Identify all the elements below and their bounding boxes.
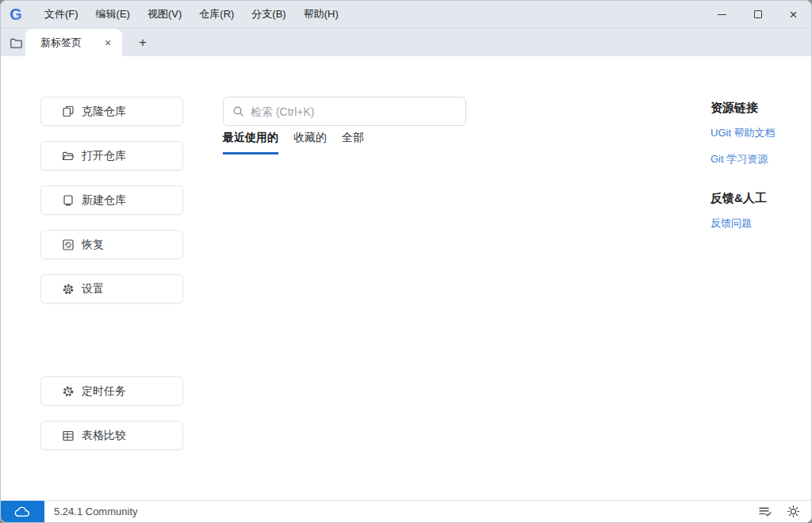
- tab-all[interactable]: 全部: [342, 131, 364, 155]
- table-compare-button[interactable]: 表格比较: [40, 421, 183, 450]
- feedback-heading: 反馈&人工: [710, 191, 810, 206]
- tab-strip: 新标签页 × +: [1, 28, 811, 56]
- table-compare-label: 表格比较: [82, 429, 126, 443]
- status-icons: [757, 504, 811, 520]
- theme-brightness-button[interactable]: [785, 504, 801, 520]
- status-bar: 5.24.1 Community: [1, 500, 811, 522]
- app-window: G 文件(F) 编辑(E) 视图(V) 仓库(R) 分支(B) 帮助(H) ×: [0, 0, 812, 523]
- link-ugit-help-docs[interactable]: UGit 帮助文档: [710, 126, 810, 140]
- tab-close-icon[interactable]: ×: [101, 36, 115, 50]
- filter-tabs: 最近使用的 收藏的 全部: [223, 131, 364, 155]
- minimize-icon: [718, 14, 726, 15]
- task-list-check-button[interactable]: [757, 504, 773, 520]
- clone-repo-button[interactable]: 克隆仓库: [40, 97, 183, 126]
- restore-label: 恢复: [82, 238, 104, 252]
- sidebar-actions: 克隆仓库 打开仓库 新建仓库: [40, 97, 183, 319]
- clone-repo-icon: [62, 105, 75, 118]
- search-input[interactable]: [251, 105, 457, 118]
- menu-file[interactable]: 文件(F): [36, 3, 87, 25]
- restore-icon: [62, 239, 75, 251]
- menu-view[interactable]: 视图(V): [139, 3, 190, 25]
- search-box: [223, 97, 466, 126]
- resources-heading: 资源链接: [710, 101, 810, 116]
- settings-button[interactable]: 设置: [40, 274, 183, 303]
- maximize-button[interactable]: [740, 1, 776, 28]
- settings-gear-icon: [62, 283, 75, 296]
- scheduled-task-button[interactable]: 定时任务: [40, 376, 183, 406]
- menubar: 文件(F) 编辑(E) 视图(V) 仓库(R) 分支(B) 帮助(H): [36, 3, 347, 25]
- task-list-check-icon: [758, 506, 772, 517]
- menu-repository[interactable]: 仓库(R): [190, 3, 243, 25]
- tab-favorites[interactable]: 收藏的: [293, 131, 327, 155]
- new-tab-button[interactable]: +: [131, 31, 155, 55]
- settings-label: 设置: [82, 282, 104, 296]
- menu-edit[interactable]: 编辑(E): [87, 3, 139, 25]
- titlebar: G 文件(F) 编辑(E) 视图(V) 仓库(R) 分支(B) 帮助(H) ×: [1, 1, 811, 28]
- link-git-learning[interactable]: Git 学习资源: [710, 152, 810, 166]
- menu-help[interactable]: 帮助(H): [295, 3, 347, 25]
- app-logo-icon: G: [6, 5, 25, 24]
- tab-new-page[interactable]: 新标签页 ×: [25, 29, 122, 57]
- repo-list-button[interactable]: [6, 33, 26, 53]
- open-repo-label: 打开仓库: [82, 149, 126, 163]
- close-button[interactable]: ×: [776, 1, 811, 28]
- new-repo-button[interactable]: 新建仓库: [40, 185, 183, 215]
- scheduled-task-label: 定时任务: [82, 384, 126, 399]
- version-label: 5.24.1 Community: [54, 506, 138, 517]
- right-panel: 资源链接 UGit 帮助文档 Git 学习资源 反馈&人工 反馈问题: [710, 101, 810, 231]
- search-icon: [232, 105, 244, 117]
- tab-label: 新标签页: [25, 36, 101, 50]
- open-repo-button[interactable]: 打开仓库: [40, 141, 183, 170]
- menu-branch[interactable]: 分支(B): [243, 3, 294, 25]
- cloud-sync-icon: [14, 506, 31, 517]
- new-repo-icon: [62, 194, 75, 207]
- maximize-icon: [754, 10, 762, 18]
- theme-brightness-icon: [787, 505, 800, 518]
- sidebar-tools: 定时任务 表格比较: [40, 376, 183, 465]
- minimize-button[interactable]: [704, 1, 740, 28]
- restore-button[interactable]: 恢复: [40, 230, 183, 259]
- link-feedback-issue[interactable]: 反馈问题: [710, 216, 810, 231]
- open-repo-icon: [62, 150, 75, 162]
- main-content: 克隆仓库 打开仓库 新建仓库: [1, 56, 811, 500]
- scheduled-task-icon: [62, 385, 75, 398]
- table-compare-icon: [62, 429, 75, 442]
- clone-repo-label: 克隆仓库: [82, 105, 126, 119]
- tab-recently-used[interactable]: 最近使用的: [223, 131, 278, 155]
- folder-icon: [10, 36, 23, 50]
- close-icon: ×: [790, 8, 798, 21]
- cloud-sync-button[interactable]: [1, 501, 44, 523]
- new-repo-label: 新建仓库: [82, 193, 126, 208]
- window-controls: ×: [704, 1, 811, 28]
